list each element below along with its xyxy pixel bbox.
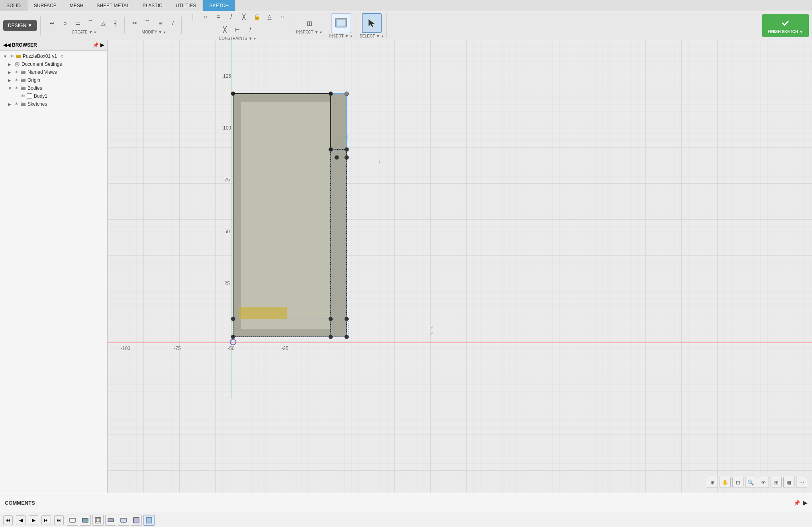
tab-solid[interactable]: SOLID bbox=[0, 0, 27, 11]
tab-utilities[interactable]: UTILTIES bbox=[169, 0, 203, 11]
eye-icon-nv[interactable]: 👁 bbox=[14, 70, 19, 75]
comments-pin[interactable]: 📌 bbox=[794, 500, 800, 506]
constraint-perpendicular[interactable]: ⊢ bbox=[231, 24, 243, 35]
eye-icon-body1[interactable]: 👁 bbox=[21, 94, 25, 98]
line-tool[interactable]: ↩ bbox=[46, 17, 58, 29]
tab-plastic[interactable]: PLASTIC bbox=[136, 0, 169, 11]
viewport-controls: ⊕ ✋ ⊡ 🔍 👁 ⊞ ▦ ⋯ bbox=[707, 477, 807, 488]
nav-play[interactable]: ▶ bbox=[29, 515, 38, 525]
collapse-icon[interactable]: ◀◀ bbox=[3, 42, 10, 48]
nav-first[interactable]: ⏮ bbox=[3, 515, 13, 525]
folder-icon-nv bbox=[20, 69, 26, 75]
zoom-btn[interactable]: 🔍 bbox=[745, 477, 756, 488]
insert-image[interactable] bbox=[331, 13, 351, 33]
svg-text:✓: ✓ bbox=[430, 330, 434, 336]
svg-point-48 bbox=[231, 317, 235, 321]
eye-icon-origin[interactable]: 👁 bbox=[14, 78, 19, 83]
constraint-triangle[interactable]: △ bbox=[263, 11, 275, 23]
tree-item-sketches[interactable]: ▶ 👁 Sketches bbox=[0, 100, 107, 108]
tab-sheetmetal[interactable]: SHEET METAL bbox=[90, 0, 136, 11]
modify-label[interactable]: MODIFY ▼ bbox=[141, 30, 166, 34]
navigate-btn[interactable]: ⊕ bbox=[707, 477, 718, 488]
create-label[interactable]: CREATE ▼ bbox=[72, 30, 97, 34]
svg-rect-40 bbox=[239, 307, 287, 319]
insert-label[interactable]: INSERT ▼ bbox=[329, 34, 353, 38]
svg-point-41 bbox=[231, 92, 235, 96]
inspect-measure[interactable]: ◫ bbox=[303, 17, 315, 29]
pan-btn[interactable]: ✋ bbox=[720, 477, 731, 488]
tab-mesh[interactable]: MESH bbox=[63, 0, 90, 11]
body-icon bbox=[27, 93, 32, 99]
circle-tool[interactable]: ○ bbox=[59, 17, 71, 29]
constraint-x[interactable]: ╳ bbox=[219, 24, 231, 35]
grid-btn[interactable]: ⊞ bbox=[771, 477, 782, 488]
tree-item-root[interactable]: ▼ 👁 PuzzleBox01 v1 ⚙ bbox=[0, 52, 107, 60]
select-tool[interactable] bbox=[362, 13, 382, 33]
svg-point-50 bbox=[329, 317, 333, 321]
constraint-cross[interactable]: ╳ bbox=[238, 11, 250, 23]
folder-icon-sketches bbox=[20, 101, 26, 107]
timeline-tool-3[interactable] bbox=[92, 515, 104, 526]
svg-point-3 bbox=[780, 18, 790, 28]
timeline-tool-1[interactable] bbox=[67, 515, 78, 526]
constraint-equal[interactable]: = bbox=[212, 11, 224, 23]
fit-btn[interactable]: ⊡ bbox=[732, 477, 743, 488]
more-btn[interactable]: ⋯ bbox=[796, 477, 807, 488]
view-btn[interactable]: ▦ bbox=[783, 477, 794, 488]
svg-rect-64 bbox=[108, 519, 114, 522]
canvas-area[interactable]: 125 100 75 50 25 -100 -75 -50 -25 bbox=[108, 40, 812, 493]
comments-expand[interactable]: ▶ bbox=[803, 500, 807, 506]
select-label[interactable]: SELECT ▼ bbox=[359, 34, 384, 38]
timeline-tool-4[interactable] bbox=[105, 515, 116, 526]
browser-pin[interactable]: 📌 bbox=[93, 42, 99, 48]
constraint-slash[interactable]: / bbox=[244, 24, 256, 35]
timeline-tool-5[interactable] bbox=[118, 515, 129, 526]
comments-label: COMMENTS bbox=[5, 500, 35, 506]
svg-point-47 bbox=[345, 155, 349, 159]
eye-icon-bodies[interactable]: 👁 bbox=[14, 86, 19, 90]
fillet-tool[interactable]: ⌒ bbox=[141, 17, 153, 29]
nav-prev[interactable]: ◀ bbox=[16, 515, 25, 525]
nav-last[interactable]: ⏭ bbox=[54, 515, 64, 525]
eye-icon[interactable]: 👁 bbox=[10, 54, 14, 59]
svg-text:⟆: ⟆ bbox=[347, 135, 348, 140]
timeline-tool-6[interactable] bbox=[131, 515, 142, 526]
main-area: ◀◀ BROWSER 📌 ▶ ▼ 👁 PuzzleBox01 v1 ⚙ ▶ Do… bbox=[0, 40, 812, 493]
tree-item-body1[interactable]: 👁 Body1 bbox=[0, 92, 107, 100]
rect-tool[interactable]: ▭ bbox=[72, 17, 84, 29]
eye-icon-sketches[interactable]: 👁 bbox=[14, 102, 19, 106]
constraint-circle2[interactable]: ○ bbox=[276, 11, 288, 23]
constraint-concentric[interactable]: ○ bbox=[200, 11, 212, 23]
trim-tool[interactable]: ✂ bbox=[129, 17, 141, 29]
constraint-lock[interactable]: 🔒 bbox=[251, 11, 263, 23]
tab-sketch[interactable]: SKETCH bbox=[203, 0, 235, 11]
design-menu-button[interactable]: DESIGN ▼ bbox=[3, 20, 37, 31]
svg-rect-66 bbox=[133, 517, 139, 523]
tree-item-bodies[interactable]: ▼ 👁 Bodies bbox=[0, 84, 107, 92]
nav-next[interactable]: ⏭ bbox=[41, 515, 51, 525]
browser-tree: ▼ 👁 PuzzleBox01 v1 ⚙ ▶ Document Settings… bbox=[0, 51, 107, 493]
svg-point-49 bbox=[231, 335, 235, 339]
mirror-tool[interactable]: / bbox=[167, 17, 179, 29]
tree-item-doc-settings[interactable]: ▶ Document Settings bbox=[0, 60, 107, 68]
constraint-collinear[interactable]: / bbox=[225, 11, 237, 23]
polygon-tool[interactable]: △ bbox=[97, 17, 109, 29]
finish-sketch-button[interactable]: FINISH SKETCH ▼ bbox=[762, 14, 809, 37]
arc-tool[interactable]: ⌒ bbox=[84, 17, 96, 29]
display-btn[interactable]: 👁 bbox=[758, 477, 769, 488]
svg-text:⟆: ⟆ bbox=[379, 159, 381, 165]
timeline-tool-7[interactable] bbox=[143, 515, 155, 526]
tree-item-origin[interactable]: ▶ 👁 Origin bbox=[0, 76, 107, 84]
svg-point-52 bbox=[329, 335, 333, 339]
browser-expand[interactable]: ▶ bbox=[100, 42, 104, 48]
constraint-coincident[interactable]: | bbox=[187, 11, 199, 23]
svg-text:25: 25 bbox=[224, 281, 230, 286]
offset-tool[interactable]: ≡ bbox=[154, 17, 166, 29]
line2-tool[interactable]: ┤ bbox=[110, 17, 122, 29]
inspect-label[interactable]: INSPECT ▼ bbox=[296, 30, 322, 34]
timeline-tool-2[interactable] bbox=[80, 515, 91, 526]
folder-icon bbox=[16, 53, 21, 59]
tab-surface[interactable]: SURFACE bbox=[27, 0, 63, 11]
tree-item-named-views[interactable]: ▶ 👁 Named Views bbox=[0, 68, 107, 76]
timeline-tools bbox=[67, 515, 155, 526]
